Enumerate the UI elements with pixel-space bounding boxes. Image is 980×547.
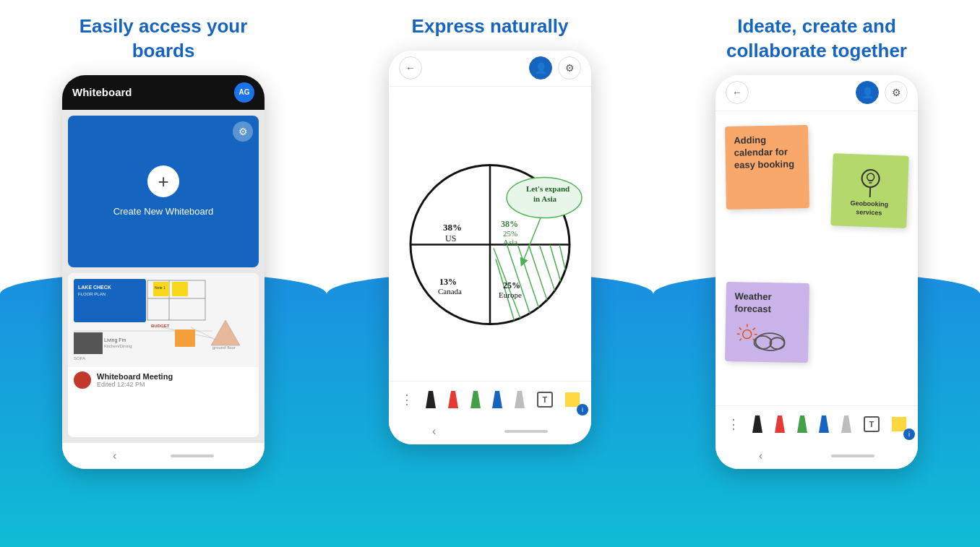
home-indicator-3[interactable] xyxy=(831,455,874,457)
sticky-tool[interactable] xyxy=(565,392,580,407)
sticky3-label: Geobooking services xyxy=(840,199,899,217)
text-tool[interactable]: T xyxy=(537,392,553,408)
column-3: Ideate, create and collaborate together … xyxy=(653,0,980,547)
phone-1: Whiteboard AG ⚙ + Create New Whiteboard xyxy=(62,75,265,469)
phone-2: ← 👤 ⚙ xyxy=(389,51,591,444)
blue-marker-3[interactable] xyxy=(819,415,829,433)
phone3-top-bar: ← 👤 ⚙ xyxy=(715,75,918,111)
phone3-bottom-nav: ‹ xyxy=(715,443,918,469)
svg-marker-45 xyxy=(448,391,458,408)
existing-board-card[interactable]: LAKE CHECK FLOOR PLAN Note 1 BUDGET xyxy=(68,273,259,437)
settings-icon-3[interactable]: ⚙ xyxy=(885,81,908,104)
col1-title: Easily access your boards xyxy=(51,0,277,75)
svg-line-61 xyxy=(739,327,742,330)
back-button-3[interactable]: ← xyxy=(726,81,749,104)
red-marker-3[interactable] xyxy=(775,415,785,433)
top-bar-actions: 👤 ⚙ xyxy=(529,56,581,79)
col3-title-line2: collaborate together xyxy=(726,40,907,61)
scatter-icon: ⋮ xyxy=(400,392,413,408)
sticky-note-green[interactable]: Geobooking services xyxy=(830,153,908,228)
board-time: Edited 12:42 PM xyxy=(97,381,253,388)
main-container: Easily access your boards Whiteboard AG … xyxy=(0,0,980,547)
col3-title: Ideate, create and collaborate together xyxy=(697,0,936,75)
col1-title-line1: Easily access your xyxy=(79,15,248,37)
new-whiteboard-card[interactable]: ⚙ + Create New Whiteboard xyxy=(68,116,259,267)
back-arrow[interactable]: ‹ xyxy=(113,449,116,462)
svg-text:13%: 13% xyxy=(439,276,457,286)
board-avatar xyxy=(74,371,91,389)
user-icon[interactable]: 👤 xyxy=(529,56,552,79)
green-marker-3[interactable] xyxy=(797,415,807,433)
svg-rect-11 xyxy=(74,332,103,354)
red-marker[interactable] xyxy=(448,391,458,408)
settings-icon[interactable]: ⚙ xyxy=(233,121,253,142)
svg-line-56 xyxy=(753,327,755,330)
phone1-header: Whiteboard AG xyxy=(62,75,265,110)
settings-icon[interactable]: ⚙ xyxy=(558,56,581,79)
eraser-tool-3[interactable] xyxy=(841,415,851,433)
svg-marker-44 xyxy=(426,391,436,408)
phone-3: ← 👤 ⚙ Adding calendar for easy booking xyxy=(715,75,918,469)
phone1-body: ⚙ + Create New Whiteboard LAKE CHECK FLO… xyxy=(62,110,265,443)
scatter-tool-3[interactable]: ⋮ xyxy=(727,416,740,432)
svg-text:25%: 25% xyxy=(503,280,520,290)
sticky-tool-3[interactable] xyxy=(892,417,906,431)
phone1-bottom-bar: ‹ xyxy=(62,443,265,469)
info-icon-3[interactable]: i xyxy=(903,428,915,440)
svg-text:FLOOR PLAN: FLOOR PLAN xyxy=(78,292,106,296)
home-indicator[interactable] xyxy=(171,455,214,457)
text-tool-3[interactable]: T xyxy=(864,416,880,432)
phone3-toolbar: ⋮ T xyxy=(715,405,918,443)
drawing-canvas: Let's expand in Asia 38% US 38% 25% xyxy=(389,87,591,381)
board-title: Whiteboard Meeting xyxy=(97,372,253,381)
back-button[interactable]: ← xyxy=(399,56,422,79)
svg-text:LAKE CHECK: LAKE CHECK xyxy=(78,285,111,290)
svg-text:Canada: Canada xyxy=(438,286,462,295)
sticky-board[interactable]: Adding calendar for easy booking Geobook… xyxy=(715,111,918,405)
home-indicator-2[interactable] xyxy=(504,430,548,433)
black-marker[interactable] xyxy=(426,391,436,408)
svg-text:25%: 25% xyxy=(503,228,517,237)
col1-title-line2: boards xyxy=(132,40,195,61)
svg-rect-7 xyxy=(172,282,188,296)
svg-text:Kitchen/Dining: Kitchen/Dining xyxy=(104,344,132,348)
scatter-tool[interactable]: ⋮ xyxy=(400,392,413,408)
svg-marker-47 xyxy=(492,391,502,408)
svg-point-51 xyxy=(867,173,874,181)
blue-marker[interactable] xyxy=(492,391,502,408)
back-arrow-3[interactable]: ‹ xyxy=(759,449,762,462)
svg-text:Let's expand: Let's expand xyxy=(526,184,569,192)
svg-rect-17 xyxy=(175,330,195,347)
eraser-tool[interactable] xyxy=(515,391,525,408)
svg-text:SOFA: SOFA xyxy=(74,356,85,361)
user-avatar[interactable]: AG xyxy=(234,82,254,103)
svg-marker-68 xyxy=(819,415,829,433)
back-arrow-2[interactable]: ‹ xyxy=(432,425,436,438)
svg-point-49 xyxy=(861,170,880,188)
whiteboard-thumbnail: LAKE CHECK FLOOR PLAN Note 1 BUDGET xyxy=(68,273,259,367)
svg-marker-65 xyxy=(752,415,762,433)
svg-marker-18 xyxy=(211,320,240,345)
svg-marker-67 xyxy=(797,415,807,433)
svg-line-59 xyxy=(740,338,742,340)
info-icon[interactable]: i xyxy=(577,404,588,415)
col3-title-line1: Ideate, create and xyxy=(737,15,896,37)
svg-point-63 xyxy=(754,335,771,348)
svg-text:Living Fm: Living Fm xyxy=(104,337,126,343)
top-bar-actions-3: 👤 ⚙ xyxy=(856,81,908,104)
svg-point-54 xyxy=(743,330,752,338)
column-1: Easily access your boards Whiteboard AG … xyxy=(0,0,327,547)
sticky-note-purple[interactable]: Weather forecast xyxy=(725,282,809,363)
green-marker[interactable] xyxy=(470,391,481,408)
black-marker-3[interactable] xyxy=(752,415,762,433)
sticky2-text: Weather forecast xyxy=(734,290,772,314)
sticky-note-orange[interactable]: Adding calendar for easy booking xyxy=(725,125,809,210)
sticky1-text: Adding calendar for easy booking xyxy=(734,134,794,171)
svg-line-34 xyxy=(523,217,541,262)
whiteboard-canvas[interactable]: Let's expand in Asia 38% US 38% 25% xyxy=(389,87,591,381)
svg-text:Europe: Europe xyxy=(499,290,522,298)
user-icon-3[interactable]: 👤 xyxy=(856,81,879,104)
add-button[interactable]: + xyxy=(147,165,179,197)
svg-marker-69 xyxy=(841,415,851,433)
svg-marker-46 xyxy=(470,391,481,408)
